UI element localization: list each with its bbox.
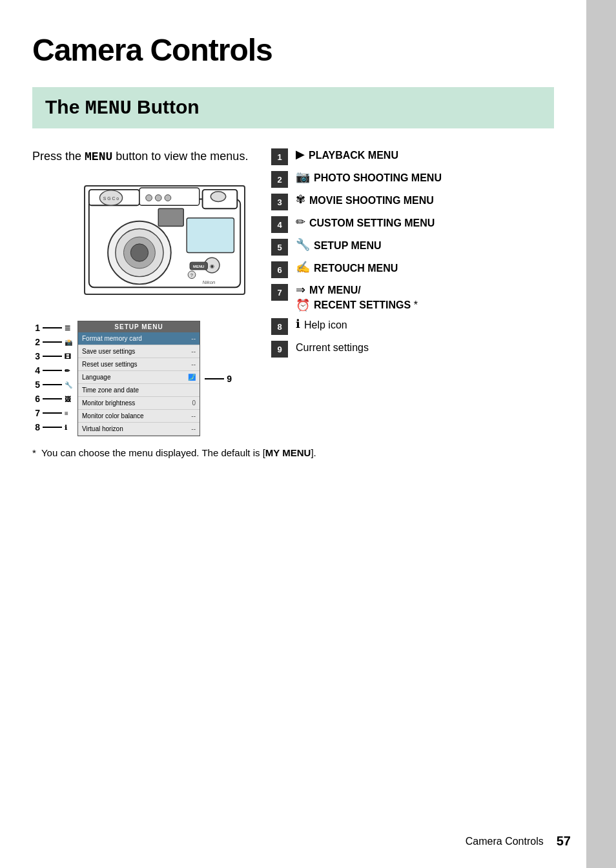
list-item-9: 9 Current settings — [271, 340, 554, 358]
callout-7: 7 ≡ — [32, 406, 72, 420]
menu-item-horizon: Virtual horizon -- — [78, 423, 200, 436]
footnote: * You can choose the menu displayed. The… — [32, 446, 554, 461]
section-header: The MENU Button — [32, 87, 554, 128]
list-item-1: 1 ▶ PLAYBACK MENU — [271, 148, 554, 165]
playback-icon: ▶ — [296, 148, 305, 162]
item-label-2: PHOTO SHOOTING MENU — [314, 170, 442, 186]
badge-3: 3 — [271, 194, 288, 210]
svg-point-6 — [146, 195, 152, 201]
item-label-1: PLAYBACK MENU — [309, 148, 398, 163]
badge-6: 6 — [271, 261, 288, 278]
setup-menu-title: SETUP MENU — [78, 321, 200, 332]
item-text-9: Current settings — [296, 340, 369, 356]
menu-item-brightness: Monitor brightness 0 — [78, 397, 200, 410]
badge-1: 1 — [271, 148, 288, 165]
item-label-8: Help icon — [304, 318, 347, 333]
callout-9: 9 — [205, 374, 232, 384]
svg-point-8 — [165, 195, 171, 201]
camera-diagram: S G C o — [84, 185, 245, 295]
list-item-6: 6 ✍ RETOUCH MENU — [271, 261, 554, 278]
item-text-2: 📷 PHOTO SHOOTING MENU — [296, 170, 442, 186]
callout-3: 3 🎞 — [32, 349, 72, 363]
list-item-4: 4 ✏ CUSTOM SETTING MENU — [271, 216, 554, 233]
item-label-4: CUSTOM SETTING MENU — [309, 216, 435, 231]
badge-2: 2 — [271, 171, 288, 188]
callout-5: 5 🔧 — [32, 378, 72, 392]
badge-7: 7 — [271, 284, 288, 301]
item-label-5: SETUP MENU — [314, 238, 382, 254]
item-text-5: 🔧 SETUP MENU — [296, 238, 382, 254]
item-sub-row-7a: ⇒ MY MENU/ — [296, 283, 418, 298]
pencil-icon: ✏ — [296, 216, 305, 230]
svg-point-13 — [130, 244, 148, 261]
section-header-text: The MENU Button — [45, 96, 200, 117]
list-item-5: 5 🔧 SETUP MENU — [271, 238, 554, 256]
list-item-3: 3 ✾ MOVIE SHOOTING MENU — [271, 193, 554, 210]
callout-8: 8 ℹ — [32, 420, 72, 434]
callout-4: 4 ✏ — [32, 363, 72, 378]
item-label-3: MOVIE SHOOTING MENU — [309, 193, 434, 208]
svg-rect-15 — [187, 218, 234, 253]
right-menu-list: 1 ▶ PLAYBACK MENU 2 📷 PHOTO SHOOTING MEN… — [271, 148, 554, 363]
badge-4: 4 — [271, 216, 288, 233]
badge-5: 5 — [271, 239, 288, 256]
item-text-6: ✍ RETOUCH MENU — [296, 261, 398, 276]
mymenu-icon: ⇒ — [296, 283, 305, 298]
badge-8: 8 — [271, 318, 288, 335]
list-item-7: 7 ⇒ MY MENU/ ⏰ RECENT SETTINGS * — [271, 283, 554, 312]
list-item-2: 2 📷 PHOTO SHOOTING MENU — [271, 170, 554, 188]
movie-icon: ✾ — [296, 193, 305, 207]
item-text-8: ℹ Help icon — [296, 318, 347, 333]
recent-icon: ⏰ — [296, 299, 310, 313]
menu-item-format: Format memory card -- — [78, 332, 200, 345]
svg-point-7 — [155, 195, 161, 201]
menu-item-language: Language 🗾 — [78, 371, 200, 384]
setup-menu-box: SETUP MENU Format memory card -- Save us… — [77, 321, 200, 436]
callout-1: 1 ☰ — [32, 321, 72, 335]
setup-menu-container: 1 ☰ 2 📸 3 🎞 — [32, 321, 252, 436]
svg-text:MENU: MENU — [193, 265, 204, 268]
menu-item-save: Save user settings -- — [78, 345, 200, 358]
page-title: Camera Controls — [32, 32, 554, 68]
menu-item-color: Monitor color balance -- — [78, 410, 200, 423]
menu-item-timezone: Time zone and date — [78, 384, 200, 397]
item-label-7b: RECENT SETTINGS * — [314, 299, 418, 311]
menu-item-reset: Reset user settings -- — [78, 358, 200, 371]
menu-items-list: 1 ▶ PLAYBACK MENU 2 📷 PHOTO SHOOTING MEN… — [271, 148, 554, 358]
sidebar-strip — [586, 0, 616, 868]
retouch-icon: ✍ — [296, 261, 310, 275]
badge-9: 9 — [271, 341, 288, 358]
svg-point-9 — [210, 192, 225, 202]
footer-label: Camera Controls — [466, 836, 544, 847]
list-item-8: 8 ℹ Help icon — [271, 318, 554, 335]
wrench-icon: 🔧 — [296, 238, 310, 252]
help-icon: ℹ — [296, 318, 300, 332]
callout-6: 6 🖼 — [32, 392, 72, 406]
item-sub-row-7b: ⏰ RECENT SETTINGS * — [296, 299, 418, 313]
svg-text:◉: ◉ — [210, 263, 214, 269]
footer-page-number: 57 — [557, 834, 571, 849]
intro-text: Press the MENU button to view the menus. — [32, 148, 252, 166]
item-text-1: ▶ PLAYBACK MENU — [296, 148, 398, 163]
item-text-3: ✾ MOVIE SHOOTING MENU — [296, 193, 434, 208]
item-label-6: RETOUCH MENU — [314, 261, 398, 276]
item-sub-7: ⇒ MY MENU/ ⏰ RECENT SETTINGS * — [296, 283, 418, 312]
svg-text:S G C o: S G C o — [103, 196, 119, 201]
left-callout-numbers: 1 ☰ 2 📸 3 🎞 — [32, 321, 72, 434]
svg-rect-14 — [158, 208, 183, 226]
item-label-9: Current settings — [296, 340, 369, 356]
svg-text:Nikon: Nikon — [202, 279, 215, 285]
photo-icon: 📷 — [296, 170, 310, 185]
item-label-7a: MY MENU/ — [309, 285, 361, 296]
page-footer: Camera Controls 57 — [466, 834, 571, 849]
callout-2: 2 📸 — [32, 335, 72, 349]
svg-text:?: ? — [190, 273, 193, 278]
item-text-4: ✏ CUSTOM SETTING MENU — [296, 216, 435, 231]
